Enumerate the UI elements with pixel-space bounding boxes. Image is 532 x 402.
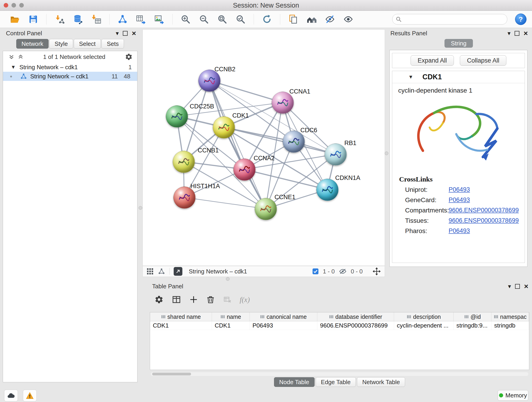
close-panel-icon[interactable]: ×: [524, 283, 528, 290]
zoom-fit-icon[interactable]: [217, 14, 228, 25]
float-panel-icon[interactable]: [123, 31, 128, 36]
network-edge[interactable]: [184, 197, 266, 209]
birdseye-toggle-icon[interactable]: [146, 268, 154, 275]
crosslink-link[interactable]: P06493: [449, 196, 470, 204]
cell-database-identifier[interactable]: 9606.ENSP00000378699: [317, 321, 394, 330]
network-node-CCNB2[interactable]: [198, 70, 220, 92]
close-panel-icon[interactable]: ×: [132, 30, 136, 37]
collapse-all-icon[interactable]: [8, 54, 14, 60]
network-view-canvas[interactable]: CCNB2 CCNA1 CDC25B CDK1 CDC6 RB1 CCNB1 C…: [143, 29, 385, 266]
left-splitter-handle[interactable]: [139, 206, 142, 210]
export-image-icon[interactable]: [154, 14, 165, 25]
gear-icon[interactable]: [125, 53, 133, 61]
tab-string[interactable]: String: [444, 39, 473, 48]
collapse-all-button[interactable]: Collapse All: [460, 55, 506, 66]
tab-sets[interactable]: Sets: [101, 39, 124, 49]
network-node-CDKN1A[interactable]: [317, 179, 338, 201]
network-node-CCNB1[interactable]: [173, 151, 195, 173]
warnings-button[interactable]: [23, 390, 37, 402]
close-window-button[interactable]: [4, 3, 8, 7]
cell-id[interactable]: stringdb:9...: [454, 321, 491, 330]
right-splitter-handle[interactable]: [385, 152, 388, 155]
network-row[interactable]: ● String Network – cdk1 11 48: [3, 72, 137, 81]
import-network-file-icon[interactable]: [54, 14, 65, 25]
apply-layout-icon[interactable]: [262, 14, 272, 25]
network-node-CDC6[interactable]: [283, 131, 305, 153]
tab-select[interactable]: Select: [74, 39, 101, 49]
delete-column-icon[interactable]: [206, 295, 215, 304]
column-header[interactable]: name: [212, 313, 250, 321]
show-all-icon[interactable]: [343, 14, 354, 25]
network-collection-row[interactable]: ▼ String Network – cdk1 1: [3, 63, 137, 72]
column-header[interactable]: canonical name: [250, 313, 317, 321]
open-session-icon[interactable]: [10, 14, 20, 25]
column-header[interactable]: shared name: [150, 313, 212, 321]
horizontal-scrollbar[interactable]: [151, 372, 528, 376]
graphics-details-icon[interactable]: [158, 268, 165, 275]
zoom-selected-icon[interactable]: [235, 14, 246, 25]
tab-network-table[interactable]: Network Table: [357, 377, 405, 387]
zoom-window-button[interactable]: [19, 3, 24, 7]
float-panel-icon[interactable]: [515, 31, 519, 36]
network-node-RB1[interactable]: [325, 143, 347, 166]
duplicate-network-icon[interactable]: [288, 14, 298, 25]
gear-icon[interactable]: [154, 295, 164, 304]
save-session-icon[interactable]: [28, 14, 38, 25]
column-header[interactable]: @id: [454, 313, 491, 321]
network-node-CCNA2[interactable]: [234, 159, 255, 181]
network-node-CCNE1[interactable]: [255, 198, 277, 220]
new-network-icon[interactable]: [117, 14, 128, 25]
column-header[interactable]: database identifier: [317, 313, 394, 321]
tab-node-table[interactable]: Node Table: [274, 377, 315, 387]
cell-canonical-name[interactable]: P06493: [250, 321, 317, 330]
cell-namespace[interactable]: stringdb: [491, 321, 529, 330]
tab-edge-table[interactable]: Edge Table: [316, 377, 356, 387]
home-icon[interactable]: [306, 14, 317, 25]
expand-all-button[interactable]: Expand All: [411, 55, 454, 66]
zoom-out-icon[interactable]: [199, 14, 209, 25]
hidden-eye-slash-icon[interactable]: [339, 268, 347, 275]
function-builder-icon[interactable]: f(x): [240, 295, 250, 304]
crosslink-link[interactable]: P06493: [449, 186, 470, 193]
cell-name[interactable]: CDK1: [212, 321, 250, 330]
disclosure-triangle-icon[interactable]: ▼: [408, 74, 413, 80]
tab-network[interactable]: Network: [16, 39, 49, 49]
close-panel-icon[interactable]: ×: [524, 30, 528, 37]
export-table-icon[interactable]: [136, 14, 146, 25]
pan-crosshair-icon[interactable]: [372, 267, 381, 276]
scrollbar-handle[interactable]: [152, 373, 191, 375]
show-columns-icon[interactable]: [172, 295, 181, 304]
crosslink-link[interactable]: 9606.ENSP00000378699: [449, 217, 519, 224]
panel-menu-icon[interactable]: ▾: [507, 30, 510, 37]
column-header[interactable]: namespac: [491, 313, 529, 321]
import-network-database-icon[interactable]: [73, 14, 83, 25]
export-view-button[interactable]: [174, 267, 182, 276]
memory-button[interactable]: Memory: [498, 390, 528, 401]
hide-selected-icon[interactable]: [325, 14, 335, 25]
horizontal-splitter-handle[interactable]: [226, 277, 230, 281]
table-row[interactable]: CDK1 CDK1 P06493 9606.ENSP00000378699 cy…: [150, 321, 529, 330]
expand-all-icon[interactable]: [18, 54, 24, 60]
disclosure-triangle-icon[interactable]: ▼: [11, 64, 16, 70]
panel-menu-icon[interactable]: ▾: [116, 30, 119, 37]
help-button[interactable]: ?: [515, 13, 526, 25]
column-header[interactable]: description: [394, 313, 454, 321]
cell-description[interactable]: cyclin-dependent ...: [394, 321, 454, 330]
import-table-icon[interactable]: [91, 14, 101, 25]
cloud-button[interactable]: [4, 390, 18, 402]
network-node-HIST1H1A[interactable]: [173, 186, 196, 209]
crosslink-link[interactable]: P06493: [449, 227, 470, 235]
minimize-window-button[interactable]: [12, 3, 16, 7]
cell-shared-name[interactable]: CDK1: [150, 321, 212, 330]
zoom-in-icon[interactable]: [180, 14, 191, 25]
crosslink-link[interactable]: 9606.ENSP00000378699: [449, 207, 519, 214]
network-edge[interactable]: [209, 80, 283, 102]
search-input[interactable]: [404, 15, 503, 24]
panel-menu-icon[interactable]: ▾: [508, 283, 511, 290]
selected-checkbox-icon[interactable]: [312, 268, 319, 274]
tab-style[interactable]: Style: [49, 39, 73, 49]
float-panel-icon[interactable]: [515, 284, 520, 289]
network-node-CDC25B[interactable]: [166, 105, 188, 128]
network-node-CDK1[interactable]: [213, 116, 235, 138]
add-column-icon[interactable]: [189, 295, 198, 304]
